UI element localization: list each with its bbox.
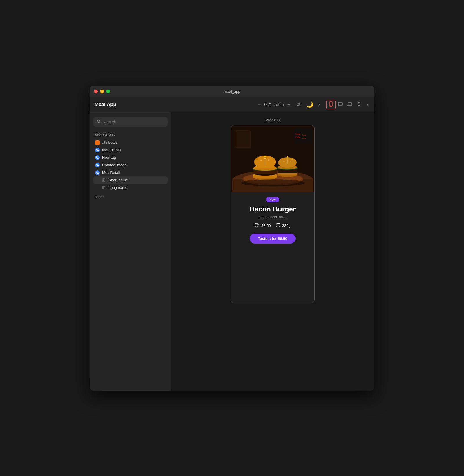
phone-device-icon[interactable] [326, 100, 336, 109]
phone-frame: Coca Cola Coca Cola [231, 125, 315, 303]
pages-section: pages [93, 195, 168, 199]
new-tag-icon [95, 155, 100, 160]
meal-detail-label: MealDetail [102, 170, 120, 175]
sidebar-item-meal-detail[interactable]: MealDetail [93, 169, 168, 176]
phone-content: New Bacon Burger tomato, beef, onion $8 [231, 192, 314, 251]
watch-device-icon[interactable] [355, 100, 363, 109]
svg-point-60 [258, 224, 258, 225]
svg-point-61 [276, 223, 280, 227]
meal-meta: $8.50 320g [235, 223, 310, 229]
zoom-controls: − 0.71 zoom + [256, 101, 292, 108]
svg-point-12 [96, 164, 98, 165]
svg-text:Cola: Cola [295, 136, 300, 139]
new-tag-label: New tag [102, 155, 116, 160]
weight-value: 320g [282, 223, 291, 228]
svg-point-14 [96, 171, 98, 173]
svg-point-8 [96, 149, 98, 150]
rotate-icon[interactable]: ↺ [294, 100, 302, 109]
sidebar-item-rotated-image[interactable]: Rotated image [93, 161, 168, 169]
sidebar-item-new-tag[interactable]: New tag [93, 154, 168, 161]
device-selector [326, 100, 363, 109]
svg-text:Coca: Coca [302, 134, 306, 136]
svg-point-11 [97, 157, 99, 159]
price-item: $8.50 [255, 223, 271, 229]
titlebar: meal_app [90, 86, 374, 97]
svg-text:Coca: Coca [295, 133, 300, 135]
svg-point-59 [241, 179, 305, 186]
theme-icon: 🌙 [304, 100, 315, 109]
phone-image: Coca Cola Coca Cola [231, 125, 314, 192]
price-value: $8.50 [261, 223, 271, 228]
window-title: meal_app [224, 89, 240, 94]
sidebar-item-short-name[interactable]: Short name [93, 176, 168, 184]
long-name-label: Long name [108, 185, 127, 190]
rotated-image-icon [95, 163, 100, 167]
zoom-value: 0.71 [264, 102, 272, 107]
zoom-in-button[interactable]: + [286, 101, 292, 108]
svg-point-6 [97, 120, 100, 122]
nav-left-icon[interactable]: ‹ [318, 101, 321, 108]
svg-point-15 [97, 172, 99, 174]
sidebar-item-long-name[interactable]: Long name [93, 184, 168, 192]
attributes-icon [95, 140, 100, 145]
ingredients-icon [95, 148, 100, 152]
widgets-section-title: widgets test [93, 132, 168, 136]
sidebar-item-attributes[interactable]: attributes [93, 139, 168, 146]
search-icon [97, 119, 101, 124]
app-title: Meal App [95, 102, 116, 107]
meal-ingredients: tomato, beef, onion [235, 215, 310, 219]
ingredients-label: Ingredients [102, 148, 121, 152]
meal-detail-icon [95, 170, 100, 175]
maximize-button[interactable] [106, 90, 110, 93]
svg-point-9 [97, 150, 99, 151]
svg-point-13 [97, 165, 99, 166]
nav-right-icon[interactable]: › [366, 101, 369, 108]
svg-point-1 [331, 105, 331, 106]
svg-text:Cola: Cola [302, 137, 306, 139]
weight-icon [276, 223, 281, 229]
zoom-out-button[interactable]: − [256, 101, 263, 108]
short-name-icon [102, 178, 106, 183]
weight-item: 320g [276, 223, 291, 229]
attributes-label: attributes [102, 140, 117, 145]
svg-point-3 [342, 104, 342, 104]
main-content: widgets test attributes Ingredients [90, 112, 374, 391]
rotated-image-label: Rotated image [102, 163, 127, 167]
minimize-button[interactable] [100, 90, 104, 93]
traffic-lights [94, 90, 110, 93]
search-input[interactable] [103, 119, 164, 124]
pages-section-title: pages [93, 195, 168, 199]
toolbar: Meal App − 0.71 zoom + ↺ 🌙 ‹ [90, 97, 374, 112]
short-name-label: Short name [108, 178, 128, 182]
laptop-device-icon[interactable] [345, 100, 354, 109]
svg-rect-4 [348, 102, 351, 105]
svg-line-7 [100, 122, 101, 123]
device-label: iPhone 11 [265, 118, 280, 122]
price-icon [255, 223, 260, 229]
meal-title: Bacon Burger [235, 205, 310, 213]
sidebar-item-ingredients[interactable]: Ingredients [93, 146, 168, 154]
svg-point-10 [96, 156, 98, 158]
phone-bottom-space [231, 251, 314, 303]
svg-rect-30 [236, 131, 250, 148]
sidebar: widgets test attributes Ingredients [90, 112, 171, 391]
close-button[interactable] [94, 90, 98, 93]
canvas-area[interactable]: iPhone 11 [171, 112, 374, 391]
zoom-label: zoom [274, 102, 284, 107]
new-badge: New [266, 197, 279, 202]
cta-button[interactable]: Taste it for $8.50 [250, 234, 296, 244]
app-window: meal_app Meal App − 0.71 zoom + ↺ 🌙 ‹ [90, 86, 374, 391]
svg-rect-5 [358, 103, 360, 105]
tablet-device-icon[interactable] [336, 100, 345, 109]
long-name-icon [102, 185, 106, 190]
search-box [93, 117, 168, 127]
